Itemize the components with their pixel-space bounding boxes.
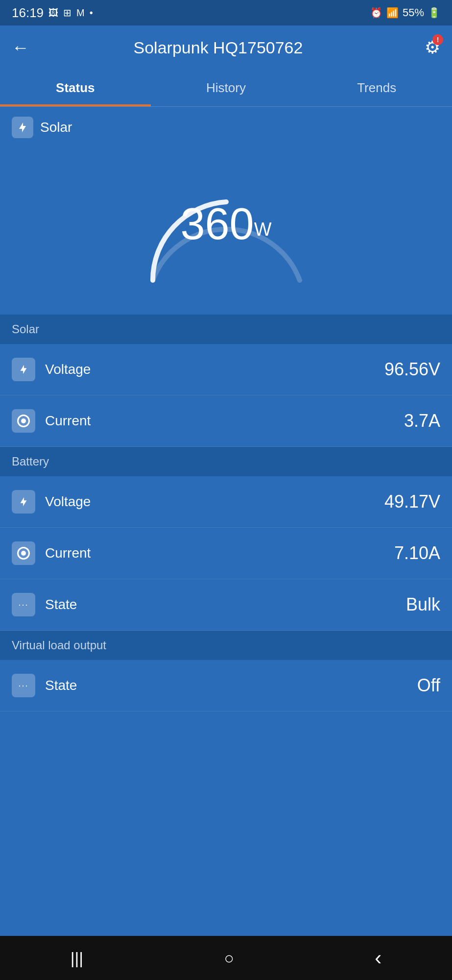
dots-icon2: ···	[18, 681, 28, 691]
gauge-section: Solar 360W	[0, 107, 452, 315]
svg-marker-1	[21, 365, 27, 374]
battery-voltage-value: 49.17V	[384, 491, 440, 512]
status-bar: 16:19 🖼 ⊞ M • ⏰ 📶 55% 🔋	[0, 0, 452, 25]
camera-icon: 🖼	[48, 7, 58, 19]
svg-marker-2	[21, 497, 27, 506]
status-time: 16:19	[12, 5, 44, 21]
battery-icon: 🔋	[428, 7, 440, 19]
gauge-container: 360W	[12, 148, 440, 300]
tab-history[interactable]: History	[151, 70, 302, 106]
gauge-wrapper: 360W	[133, 153, 319, 290]
solar-current-row: Current 3.7A	[0, 395, 452, 447]
gauge-number: 360	[180, 199, 254, 248]
back-button[interactable]: ←	[12, 39, 29, 56]
solar-current-icon	[12, 409, 35, 433]
spacer	[0, 711, 452, 936]
load-state-row: ··· State Off	[0, 660, 452, 711]
qr-icon: ⊞	[63, 7, 71, 19]
signal-icon: 📶	[386, 7, 399, 19]
solar-voltage-value: 96.56V	[384, 359, 440, 380]
battery-current-value: 7.10A	[394, 543, 440, 564]
battery-state-row: ··· State Bulk	[0, 579, 452, 631]
solar-voltage-label: Voltage	[45, 362, 384, 377]
battery-voltage-icon	[12, 490, 35, 514]
gmail-icon: M	[76, 7, 85, 19]
circle-outline-icon2	[17, 547, 30, 560]
solar-voltage-row: Voltage 96.56V	[0, 344, 452, 395]
tab-trends[interactable]: Trends	[301, 70, 452, 106]
solar-voltage-icon	[12, 358, 35, 381]
battery-current-row: Current 7.10A	[0, 528, 452, 579]
solar-current-label: Current	[45, 413, 404, 429]
notification-badge: !	[432, 34, 443, 45]
battery-current-label: Current	[45, 545, 394, 561]
battery-state-icon: ···	[12, 593, 35, 616]
load-state-label: State	[45, 678, 417, 693]
status-bar-right: ⏰ 📶 55% 🔋	[370, 6, 440, 19]
gauge-value: 360W	[180, 202, 271, 246]
gauge-unit: W	[254, 219, 272, 240]
battery-state-label: State	[45, 597, 406, 612]
phone-container: 16:19 🖼 ⊞ M • ⏰ 📶 55% 🔋 ← Solarpunk HQ17…	[0, 0, 452, 980]
battery-state-value: Bulk	[406, 594, 440, 615]
battery-current-icon	[12, 541, 35, 565]
back-nav-button[interactable]: ‹	[360, 941, 396, 975]
status-bar-left: 16:19 🖼 ⊞ M •	[12, 5, 93, 21]
gauge-section-title: Solar	[40, 120, 72, 135]
bottom-nav: ||| ○ ‹	[0, 936, 452, 980]
load-section-label: Virtual load output	[0, 631, 452, 660]
dots-icon: ···	[18, 600, 28, 610]
load-state-icon: ···	[12, 674, 35, 697]
battery-voltage-row: Voltage 49.17V	[0, 476, 452, 528]
svg-marker-0	[19, 122, 26, 132]
battery-level: 55%	[403, 6, 424, 19]
gauge-section-header: Solar	[12, 117, 440, 138]
circle-outline-icon	[17, 415, 30, 427]
alarm-icon: ⏰	[370, 7, 382, 19]
settings-button[interactable]: ⚙ !	[425, 37, 440, 58]
solar-section-label: Solar	[0, 315, 452, 344]
battery-voltage-label: Voltage	[45, 494, 384, 510]
tab-status[interactable]: Status	[0, 70, 151, 106]
home-button[interactable]: ○	[209, 944, 249, 973]
solar-current-value: 3.7A	[404, 411, 440, 431]
load-state-value: Off	[417, 675, 440, 696]
dot-icon: •	[90, 7, 93, 19]
battery-section-label: Battery	[0, 447, 452, 476]
tabs: Status History Trends	[0, 70, 452, 107]
app-bar: ← Solarpunk HQ1750762 ⚙ !	[0, 25, 452, 70]
solar-section-icon	[12, 117, 33, 138]
app-title: Solarpunk HQ1750762	[39, 38, 397, 57]
recent-apps-button[interactable]: |||	[56, 944, 98, 973]
